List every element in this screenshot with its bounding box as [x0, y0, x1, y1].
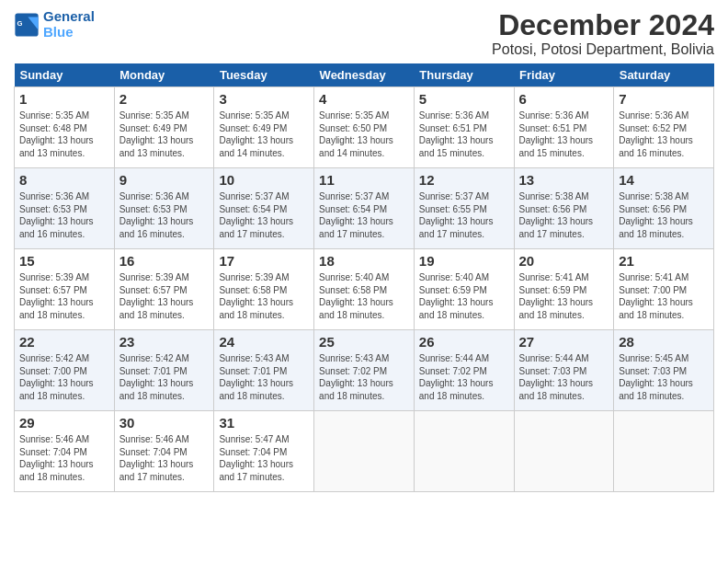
table-row [514, 411, 614, 492]
day-info: Sunrise: 5:46 AMSunset: 7:04 PMDaylight:… [19, 433, 109, 483]
day-number: 15 [19, 252, 109, 270]
header-monday: Monday [114, 63, 214, 87]
day-info: Sunrise: 5:43 AMSunset: 7:02 PMDaylight:… [319, 352, 409, 402]
calendar-header-row: Sunday Monday Tuesday Wednesday Thursday… [15, 63, 714, 87]
day-number: 14 [619, 171, 709, 190]
day-info: Sunrise: 5:39 AMSunset: 6:57 PMDaylight:… [19, 271, 109, 321]
table-row: 8Sunrise: 5:36 AMSunset: 6:53 PMDaylight… [15, 168, 115, 249]
day-number: 27 [519, 333, 609, 351]
table-row: 15Sunrise: 5:39 AMSunset: 6:57 PMDayligh… [15, 249, 115, 330]
table-row [314, 411, 415, 492]
table-row: 3Sunrise: 5:35 AMSunset: 6:49 PMDaylight… [214, 87, 314, 168]
table-row: 14Sunrise: 5:38 AMSunset: 6:56 PMDayligh… [614, 168, 714, 249]
table-row: 12Sunrise: 5:37 AMSunset: 6:55 PMDayligh… [414, 168, 514, 249]
table-row: 31Sunrise: 5:47 AMSunset: 7:04 PMDayligh… [214, 411, 314, 492]
day-number: 8 [19, 171, 109, 190]
table-row [614, 411, 714, 492]
day-info: Sunrise: 5:47 AMSunset: 7:04 PMDaylight:… [219, 433, 309, 483]
table-row [414, 411, 514, 492]
location-title: Potosi, Potosi Department, Bolivia [492, 41, 714, 58]
day-number: 25 [319, 333, 409, 351]
day-number: 30 [119, 414, 210, 432]
day-info: Sunrise: 5:37 AMSunset: 6:54 PMDaylight:… [319, 190, 409, 240]
day-number: 26 [419, 333, 509, 351]
logo: G General Blue [14, 9, 95, 40]
header-friday: Friday [514, 63, 614, 87]
day-info: Sunrise: 5:36 AMSunset: 6:53 PMDaylight:… [119, 190, 210, 240]
table-row: 29Sunrise: 5:46 AMSunset: 7:04 PMDayligh… [15, 411, 115, 492]
month-title: December 2024 [492, 9, 714, 41]
day-info: Sunrise: 5:38 AMSunset: 6:56 PMDaylight:… [519, 190, 609, 240]
table-row: 7Sunrise: 5:36 AMSunset: 6:52 PMDaylight… [614, 87, 714, 168]
calendar-week-row: 8Sunrise: 5:36 AMSunset: 6:53 PMDaylight… [15, 168, 714, 249]
day-number: 5 [419, 90, 509, 109]
header-thursday: Thursday [414, 63, 514, 87]
day-number: 29 [19, 414, 109, 432]
header-tuesday: Tuesday [214, 63, 314, 87]
logo-text: General Blue [43, 9, 95, 40]
table-row: 28Sunrise: 5:45 AMSunset: 7:03 PMDayligh… [614, 330, 714, 411]
table-row: 26Sunrise: 5:44 AMSunset: 7:02 PMDayligh… [414, 330, 514, 411]
day-number: 10 [219, 171, 309, 190]
day-number: 19 [419, 252, 509, 270]
day-info: Sunrise: 5:45 AMSunset: 7:03 PMDaylight:… [619, 352, 709, 402]
day-info: Sunrise: 5:36 AMSunset: 6:51 PMDaylight:… [519, 109, 609, 159]
table-row: 24Sunrise: 5:43 AMSunset: 7:01 PMDayligh… [214, 330, 314, 411]
calendar-table: Sunday Monday Tuesday Wednesday Thursday… [14, 63, 714, 492]
day-number: 4 [319, 90, 409, 109]
day-info: Sunrise: 5:36 AMSunset: 6:53 PMDaylight:… [19, 190, 109, 240]
table-row: 5Sunrise: 5:36 AMSunset: 6:51 PMDaylight… [414, 87, 514, 168]
day-number: 28 [619, 333, 709, 351]
table-row: 30Sunrise: 5:46 AMSunset: 7:04 PMDayligh… [114, 411, 214, 492]
logo-line2: Blue [43, 25, 95, 40]
day-info: Sunrise: 5:39 AMSunset: 6:58 PMDaylight:… [219, 271, 309, 321]
title-area: December 2024 Potosi, Potosi Department,… [492, 9, 714, 58]
day-info: Sunrise: 5:43 AMSunset: 7:01 PMDaylight:… [219, 352, 309, 402]
day-number: 11 [319, 171, 409, 190]
day-number: 6 [519, 90, 609, 109]
header-wednesday: Wednesday [314, 63, 415, 87]
day-info: Sunrise: 5:36 AMSunset: 6:51 PMDaylight:… [419, 109, 509, 159]
table-row: 23Sunrise: 5:42 AMSunset: 7:01 PMDayligh… [114, 330, 214, 411]
day-number: 13 [519, 171, 609, 190]
calendar-week-row: 1Sunrise: 5:35 AMSunset: 6:48 PMDaylight… [15, 87, 714, 168]
day-number: 7 [619, 90, 709, 109]
table-row: 16Sunrise: 5:39 AMSunset: 6:57 PMDayligh… [114, 249, 214, 330]
day-number: 31 [219, 414, 309, 432]
logo-icon: G [14, 12, 40, 38]
table-row: 27Sunrise: 5:44 AMSunset: 7:03 PMDayligh… [514, 330, 614, 411]
day-info: Sunrise: 5:41 AMSunset: 7:00 PMDaylight:… [619, 271, 709, 321]
table-row: 22Sunrise: 5:42 AMSunset: 7:00 PMDayligh… [15, 330, 115, 411]
day-number: 9 [119, 171, 210, 190]
table-row: 17Sunrise: 5:39 AMSunset: 6:58 PMDayligh… [214, 249, 314, 330]
page: G General Blue December 2024 Potosi, Pot… [0, 0, 728, 501]
day-info: Sunrise: 5:44 AMSunset: 7:03 PMDaylight:… [519, 352, 609, 402]
calendar-week-row: 15Sunrise: 5:39 AMSunset: 6:57 PMDayligh… [15, 249, 714, 330]
day-number: 17 [219, 252, 309, 270]
table-row: 18Sunrise: 5:40 AMSunset: 6:58 PMDayligh… [314, 249, 415, 330]
day-info: Sunrise: 5:46 AMSunset: 7:04 PMDaylight:… [119, 433, 210, 483]
day-info: Sunrise: 5:37 AMSunset: 6:54 PMDaylight:… [219, 190, 309, 240]
day-info: Sunrise: 5:35 AMSunset: 6:48 PMDaylight:… [19, 109, 109, 159]
table-row: 21Sunrise: 5:41 AMSunset: 7:00 PMDayligh… [614, 249, 714, 330]
day-number: 23 [119, 333, 210, 351]
day-info: Sunrise: 5:37 AMSunset: 6:55 PMDaylight:… [419, 190, 509, 240]
table-row: 4Sunrise: 5:35 AMSunset: 6:50 PMDaylight… [314, 87, 415, 168]
day-number: 1 [19, 90, 109, 109]
table-row: 6Sunrise: 5:36 AMSunset: 6:51 PMDaylight… [514, 87, 614, 168]
logo-line1: General [43, 9, 95, 25]
day-info: Sunrise: 5:38 AMSunset: 6:56 PMDaylight:… [619, 190, 709, 240]
day-info: Sunrise: 5:39 AMSunset: 6:57 PMDaylight:… [119, 271, 210, 321]
svg-text:G: G [17, 19, 23, 28]
day-info: Sunrise: 5:40 AMSunset: 6:58 PMDaylight:… [319, 271, 409, 321]
day-info: Sunrise: 5:42 AMSunset: 7:01 PMDaylight:… [119, 352, 210, 402]
day-number: 18 [319, 252, 409, 270]
day-info: Sunrise: 5:41 AMSunset: 6:59 PMDaylight:… [519, 271, 609, 321]
table-row: 1Sunrise: 5:35 AMSunset: 6:48 PMDaylight… [15, 87, 115, 168]
day-number: 3 [219, 90, 309, 109]
day-info: Sunrise: 5:44 AMSunset: 7:02 PMDaylight:… [419, 352, 509, 402]
day-number: 24 [219, 333, 309, 351]
table-row: 25Sunrise: 5:43 AMSunset: 7:02 PMDayligh… [314, 330, 415, 411]
day-info: Sunrise: 5:35 AMSunset: 6:49 PMDaylight:… [119, 109, 210, 159]
day-info: Sunrise: 5:35 AMSunset: 6:49 PMDaylight:… [219, 109, 309, 159]
